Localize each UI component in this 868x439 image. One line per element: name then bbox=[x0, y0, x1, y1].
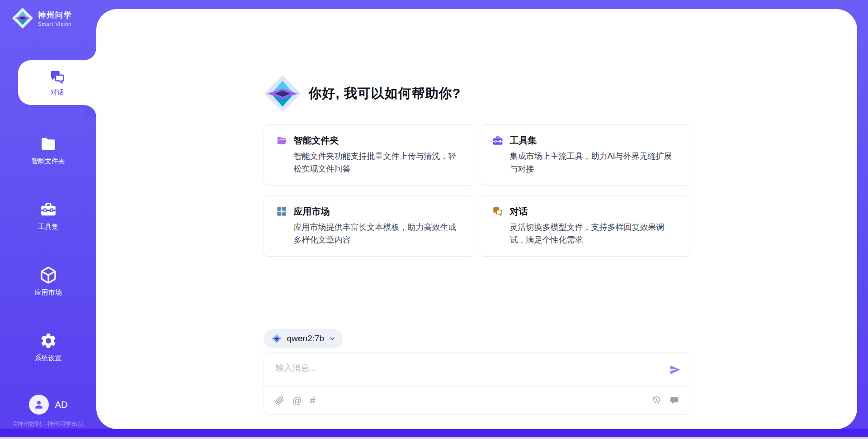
history-button[interactable] bbox=[652, 396, 661, 405]
toolbox-icon bbox=[39, 200, 57, 219]
active-tab-fillet-bottom bbox=[85, 105, 96, 117]
card-title: 智能文件夹 bbox=[294, 134, 339, 147]
card-description: 灵活切换多模型文件，支持多样回复效果调试，满足个性化需求 bbox=[510, 221, 678, 247]
gear-icon bbox=[39, 332, 57, 350]
message-input[interactable] bbox=[264, 353, 660, 387]
brand-subtitle: Smart Vision bbox=[38, 21, 72, 27]
card-title: 工具集 bbox=[510, 134, 537, 147]
card-title: 应用市场 bbox=[294, 205, 330, 218]
chat-icon bbox=[49, 68, 66, 86]
attachment-icon bbox=[275, 396, 284, 405]
message-icon bbox=[670, 396, 679, 405]
card-chat[interactable]: 对话 灵活切换多模型文件，支持多样回复效果调试，满足个性化需求 bbox=[480, 196, 690, 257]
sidebar-item-label: 应用市场 bbox=[35, 288, 62, 297]
send-button[interactable] bbox=[660, 353, 690, 387]
sidebar: 神州问学 Smart Vision 对话 智能文件夹 bbox=[0, 0, 96, 439]
model-name: qwen2:7b bbox=[287, 334, 324, 344]
main-panel: 你好, 我可以如何帮助你? 智能文件夹 智能文件夹功能支持批量文件上传与清洗，轻… bbox=[96, 9, 857, 429]
chevron-down-icon bbox=[329, 335, 336, 342]
greeting: 你好, 我可以如何帮助你? bbox=[264, 75, 690, 113]
sidebar-item-label: 智能文件夹 bbox=[31, 157, 65, 166]
active-tab-fillet-top bbox=[85, 48, 96, 60]
mention-icon: @ bbox=[292, 396, 302, 405]
card-description: 智能文件夹功能支持批量文件上传与清洗，轻松实现文件问答 bbox=[294, 150, 462, 176]
user-avatar-icon bbox=[33, 399, 45, 410]
sidebar-item-toolset[interactable]: 工具集 bbox=[0, 200, 96, 231]
card-app-market[interactable]: 应用市场 应用市场提供丰富长文本模板，助力高效生成多样化文章内容 bbox=[264, 196, 474, 257]
composer-toolbar: @ # bbox=[264, 387, 690, 414]
user-profile[interactable]: AD bbox=[0, 395, 96, 415]
user-name: AD bbox=[55, 400, 68, 410]
card-toolset[interactable]: 工具集 集成市场上主流工具，助力AI与外界无缝扩展与对接 bbox=[480, 124, 690, 186]
brand-diamond-logo-icon bbox=[12, 7, 33, 29]
history-icon bbox=[652, 396, 661, 405]
card-smart-folder[interactable]: 智能文件夹 智能文件夹功能支持批量文件上传与清洗，轻松实现文件问答 bbox=[264, 124, 474, 186]
hash-button[interactable]: # bbox=[310, 396, 316, 405]
sidebar-item-label: 工具集 bbox=[38, 223, 58, 231]
sidebar-item-label: 系统设置 bbox=[35, 354, 62, 363]
card-description: 集成市场上主流工具，助力AI与外界无缝扩展与对接 bbox=[510, 150, 678, 176]
bottom-accent-strip bbox=[0, 429, 868, 437]
sidebar-footer: ©神州数码 · 神州问学出品 bbox=[0, 420, 96, 428]
hash-icon: # bbox=[310, 396, 316, 405]
sidebar-item-settings[interactable]: 系统设置 bbox=[0, 332, 96, 363]
greeting-title: 你好, 我可以如何帮助你? bbox=[309, 85, 461, 103]
feature-cards: 智能文件夹 智能文件夹功能支持批量文件上传与清洗，轻松实现文件问答 工具 bbox=[264, 124, 690, 257]
attachment-button[interactable] bbox=[275, 396, 284, 405]
sidebar-item-label: 对话 bbox=[51, 88, 64, 97]
sidebar-item-smart-folder[interactable]: 智能文件夹 bbox=[0, 135, 96, 166]
brand-name: 神州问学 bbox=[38, 10, 72, 20]
model-selector-row: qwen2:7b bbox=[264, 329, 690, 348]
window-bottom-edge bbox=[0, 437, 868, 439]
model-diamond-logo-icon bbox=[271, 333, 283, 344]
folder-open-icon bbox=[276, 135, 288, 147]
card-title: 对话 bbox=[510, 205, 528, 218]
folder-icon bbox=[39, 135, 57, 153]
avatar bbox=[29, 395, 49, 415]
app-window: 神州问学 Smart Vision 对话 智能文件夹 bbox=[0, 0, 868, 439]
toolbox-icon bbox=[492, 135, 504, 147]
card-description: 应用市场提供丰富长文本模板，助力高效生成多样化文章内容 bbox=[294, 221, 462, 247]
greeting-diamond-logo-icon bbox=[264, 75, 302, 113]
send-icon bbox=[669, 364, 681, 376]
model-selector[interactable]: qwen2:7b bbox=[264, 329, 343, 348]
chat-icon bbox=[492, 205, 504, 217]
main-content: 你好, 我可以如何帮助你? 智能文件夹 智能文件夹功能支持批量文件上传与清洗，轻… bbox=[264, 9, 690, 415]
message-button[interactable] bbox=[670, 396, 679, 405]
apps-grid-icon bbox=[276, 205, 288, 217]
brand: 神州问学 Smart Vision bbox=[12, 7, 72, 29]
mention-button[interactable]: @ bbox=[292, 396, 302, 405]
sidebar-item-app-market[interactable]: 应用市场 bbox=[0, 266, 96, 297]
message-composer: @ # bbox=[264, 353, 690, 415]
sidebar-item-chat[interactable]: 对话 bbox=[18, 60, 96, 105]
cube-icon bbox=[39, 266, 57, 284]
